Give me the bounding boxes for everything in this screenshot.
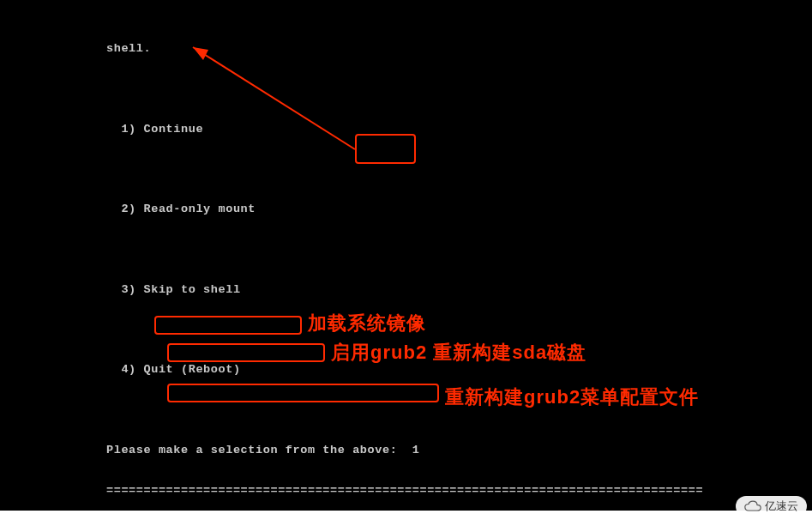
- terminal-line: [106, 403, 812, 417]
- terminal-line: shell.: [106, 42, 812, 56]
- terminal-line: [106, 163, 812, 177]
- terminal-window: shell. 1) Continue 2) Read-only mount 3)…: [0, 0, 812, 511]
- terminal-line: 3) Skip to shell: [106, 283, 812, 297]
- terminal-line: Please make a selection from the above: …: [106, 444, 812, 457]
- terminal-line: [106, 323, 812, 337]
- terminal-line: 2) Read-only mount: [106, 203, 812, 216]
- cloud-icon: [744, 500, 761, 512]
- terminal-line: ========================================…: [106, 484, 812, 498]
- watermark-text: 亿速云: [765, 499, 798, 514]
- watermark-badge: 亿速云: [736, 496, 807, 517]
- terminal-line: 4) Quit (Reboot): [106, 363, 812, 377]
- terminal-line: 1) Continue: [106, 123, 812, 136]
- terminal-line: [106, 82, 812, 96]
- terminal-line: [106, 243, 812, 257]
